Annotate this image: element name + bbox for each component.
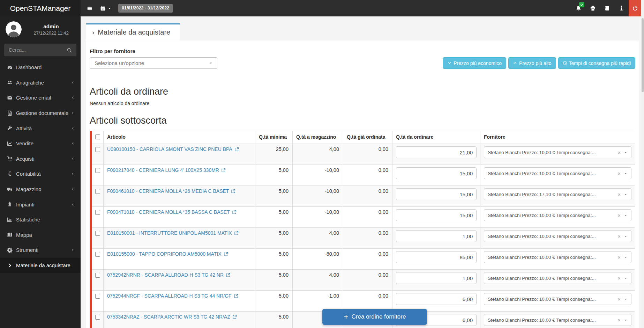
clear-selection-icon[interactable]: × — [617, 150, 621, 155]
qta-da-ordinare-input[interactable] — [396, 293, 477, 305]
fornitore-select[interactable]: Stefano Bianchi Prezzo: 10,00 € Tempi co… — [484, 314, 631, 326]
qta-da-ordinare-input[interactable] — [396, 272, 477, 284]
article-link[interactable]: 0753342NRAZ - SCARPA ARCTIC WR S3 TG 42 … — [107, 314, 237, 320]
row-checkbox[interactable] — [95, 189, 100, 194]
sidebar-item-vendite[interactable]: Vendite — [0, 136, 81, 151]
qta-da-ordinare-input[interactable] — [396, 230, 477, 242]
vertical-scrollbar[interactable] — [641, 0, 644, 328]
qta-da-ordinare-input[interactable] — [396, 146, 477, 158]
qta-da-ordinare-cell — [392, 165, 480, 186]
row-checkbox[interactable] — [95, 273, 100, 278]
fornitore-select[interactable]: Stefano Bianchi Prezzo: 10,00 € Tempi co… — [484, 293, 631, 305]
row-checkbox[interactable] — [95, 231, 100, 236]
row-checkbox[interactable] — [95, 147, 100, 152]
article-link[interactable]: 0752942NRNR - SCARPA ALLROAD-H S3 TG 42 … — [107, 272, 230, 278]
wrench-icon — [6, 125, 13, 131]
qta-da-ordinare-input[interactable] — [396, 209, 477, 221]
sort-button-tempi-di-consegna-pi-rapidi[interactable]: Tempi di consegna più rapidi — [558, 57, 635, 69]
date-range-badge[interactable]: 01/01/2022 - 31/12/2022 — [118, 4, 173, 13]
sidebar-item-acquisti[interactable]: Acquisti — [0, 151, 81, 167]
sidebar-item-gestione-documentale[interactable]: Gestione documentale — [0, 105, 81, 121]
sidebar-item-mappa[interactable]: Mappa — [0, 227, 81, 243]
select-all-checkbox[interactable] — [95, 134, 100, 139]
clear-selection-icon[interactable]: × — [617, 275, 621, 281]
plus-icon — [344, 314, 349, 319]
sidebar-item-dashboard[interactable]: Dashboard — [0, 60, 81, 75]
qta-da-ordinare-cell — [392, 207, 480, 228]
qta-da-ordinare-input[interactable] — [396, 188, 477, 200]
chevron-left-icon — [70, 141, 75, 146]
clear-selection-icon[interactable]: × — [617, 191, 621, 197]
fornitore-cell: Stefano Bianchi Prezzo: 10,00 € Tempi co… — [480, 165, 635, 186]
qta-gia-ordinata-value: 0,00 — [343, 270, 392, 291]
article-link[interactable]: U090100150 - CARRIOLA SMONT VAS ZINC PNE… — [107, 146, 239, 152]
hamburger-menu-icon[interactable] — [81, 0, 98, 16]
clear-selection-icon[interactable]: × — [617, 317, 621, 323]
external-link-icon — [221, 168, 226, 173]
clear-selection-icon[interactable]: × — [617, 170, 621, 176]
article-link[interactable]: E010150001 - INTERRUTTORE UNIPOL AM5001 … — [107, 230, 239, 236]
clear-selection-icon[interactable]: × — [617, 254, 621, 260]
sidebar-item-contabilit[interactable]: € Contabilità — [0, 166, 81, 182]
app-logo[interactable]: OpenSTAManager — [0, 0, 81, 16]
user-name: admin — [25, 23, 77, 29]
docs-button[interactable] — [600, 0, 614, 16]
row-checkbox-cell — [92, 165, 104, 186]
chevron-left-icon — [70, 156, 75, 161]
row-checkbox[interactable] — [95, 168, 100, 173]
print-button[interactable] — [586, 0, 600, 16]
sidebar-item-gestione-email[interactable]: Gestione email — [0, 90, 81, 105]
info-button[interactable] — [614, 0, 629, 16]
fornitore-select[interactable]: Stefano Bianchi Prezzo: 10,00 € Tempi co… — [484, 167, 631, 179]
notifications-button[interactable] — [571, 0, 586, 16]
article-link[interactable]: F090217040 - CERNIERA LUNG 4' 100X25 330… — [107, 167, 226, 173]
logout-button[interactable] — [629, 0, 641, 16]
fornitore-select[interactable]: Stefano Bianchi Prezzo: 10,00 € Tempi co… — [484, 209, 631, 221]
row-checkbox[interactable] — [95, 315, 100, 320]
caret-down-icon — [624, 213, 628, 217]
caret-down-icon — [624, 192, 628, 196]
qta-da-ordinare-input[interactable] — [396, 251, 477, 263]
sidebar-item-strumenti[interactable]: Strumenti — [0, 242, 81, 258]
empty-note: Nessun articolo da ordinare — [90, 101, 635, 106]
sort-button-prezzo-pi-economico[interactable]: Prezzo più economico — [443, 57, 506, 69]
fornitore-select[interactable]: Stefano Bianchi Prezzo: 10,00 € Tempi co… — [484, 251, 631, 263]
caret-down-icon — [209, 61, 213, 65]
date-range-picker[interactable] — [98, 6, 113, 11]
sort-button-prezzo-pi-alto[interactable]: Prezzo più alto — [508, 57, 556, 69]
row-checkbox-cell — [92, 207, 104, 228]
sidebar-item-impianti[interactable]: Impianti — [0, 197, 81, 212]
qta-minima-value: 5,00 — [255, 249, 293, 270]
qta-da-ordinare-input[interactable] — [396, 167, 477, 179]
fornitore-select[interactable]: Stefano Bianchi Prezzo: 10,00 € Tempi co… — [484, 272, 631, 284]
fornitore-select[interactable]: Stefano Bianchi Prezzo: 10,00 € Tempi co… — [484, 230, 631, 242]
article-link[interactable]: 0752944NRGF - SCARPA ALLROAD-H S3 TG 44 … — [107, 293, 238, 299]
crea-ordine-fornitore-button[interactable]: Crea ordine fornitore — [322, 309, 427, 325]
caret-down-icon — [624, 234, 628, 238]
search-input[interactable] — [9, 47, 67, 53]
clear-selection-icon[interactable]: × — [617, 212, 621, 218]
tab-materiale-da-acquistare[interactable]: › Materiale da acquistare — [86, 23, 180, 41]
row-checkbox[interactable] — [95, 294, 100, 299]
row-checkbox[interactable] — [95, 210, 100, 215]
clear-selection-icon[interactable]: × — [617, 296, 621, 302]
qta-minima-value: 25,00 — [255, 144, 293, 165]
article-link[interactable]: F090471010 - CERNIERA MOLLA *35 BASSA C … — [107, 209, 237, 215]
qta-minima-value: 5,00 — [255, 207, 293, 228]
sidebar-item-attivit[interactable]: Attività — [0, 121, 81, 136]
clear-selection-icon[interactable]: × — [617, 233, 621, 239]
sidebar-item-magazzino[interactable]: Magazzino — [0, 182, 81, 197]
sidebar-item-materiale-da-acquistare[interactable]: Materiale da acquistare — [0, 258, 81, 273]
scrollbar-thumb[interactable] — [642, 18, 644, 92]
fornitore-select[interactable]: Stefano Bianchi Prezzo: 10,00 € Tempi co… — [484, 146, 631, 158]
sidebar-item-anagrafiche[interactable]: Anagrafiche — [0, 75, 81, 90]
fornitore-filter-select[interactable]: Seleziona un'opzione — [90, 57, 217, 69]
article-link[interactable]: F090461010 - CERNIERA MOLLA *26 MEDIA C … — [107, 188, 235, 194]
row-checkbox[interactable] — [95, 252, 100, 257]
search-icon[interactable] — [67, 48, 72, 53]
column-header-q-t-minima: Q.tà minima — [255, 131, 293, 144]
chevron-left-icon — [70, 95, 75, 100]
fornitore-select[interactable]: Stefano Bianchi Prezzo: 17,10 € Tempi co… — [484, 188, 631, 200]
article-link[interactable]: E010155000 - TAPPO COPRIFORO AM5000 MATI… — [107, 251, 228, 257]
sidebar-item-statistiche[interactable]: Statistiche — [0, 212, 81, 227]
